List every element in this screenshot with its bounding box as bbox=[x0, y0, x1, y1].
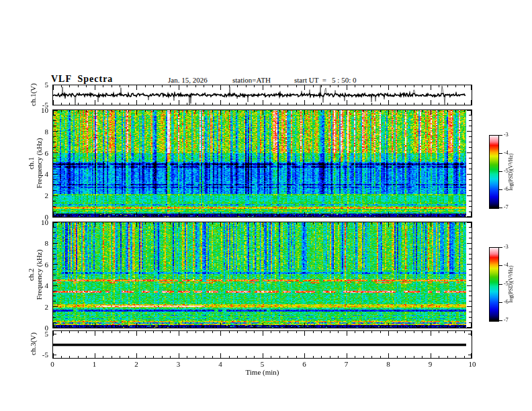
x-minor-tick bbox=[313, 326, 314, 328]
x-minor-tick bbox=[271, 326, 271, 328]
x-minor-tick bbox=[128, 331, 129, 333]
colorbar-tick bbox=[499, 247, 502, 248]
y-major-tick bbox=[467, 327, 472, 328]
spec1-y-tick-label: 2 bbox=[26, 191, 48, 199]
x-major-tick bbox=[179, 331, 179, 336]
x-tick-label: 0 bbox=[41, 360, 64, 368]
x-tick-label: 8 bbox=[377, 360, 400, 368]
x-minor-tick bbox=[313, 222, 314, 224]
x-minor-tick bbox=[414, 103, 414, 105]
x-major-tick bbox=[179, 222, 179, 227]
x-minor-tick bbox=[414, 356, 414, 358]
x-minor-tick bbox=[195, 103, 196, 105]
x-minor-tick bbox=[271, 222, 271, 224]
x-minor-tick bbox=[405, 215, 406, 217]
x-major-tick bbox=[136, 353, 137, 358]
x-major-tick bbox=[136, 331, 137, 336]
y-major-tick bbox=[53, 306, 58, 307]
x-major-tick bbox=[347, 100, 347, 105]
x-minor-tick bbox=[212, 222, 213, 224]
ch1-spectrogram-panel bbox=[52, 109, 472, 218]
x-minor-tick bbox=[355, 215, 355, 217]
x-minor-tick bbox=[455, 356, 456, 358]
x-minor-tick bbox=[120, 215, 120, 217]
x-minor-tick bbox=[296, 215, 297, 217]
x-minor-tick bbox=[187, 356, 187, 358]
y-minor-tick bbox=[53, 295, 56, 296]
time-axis-label: Time (min) bbox=[52, 368, 472, 376]
x-major-tick bbox=[179, 212, 179, 217]
x-minor-tick bbox=[187, 222, 187, 224]
x-major-tick bbox=[53, 222, 54, 227]
x-minor-tick bbox=[145, 103, 146, 105]
x-minor-tick bbox=[78, 85, 79, 87]
x-minor-tick bbox=[237, 110, 238, 112]
x-minor-tick bbox=[254, 85, 255, 87]
colorbar-tick-label: -3 bbox=[504, 132, 515, 138]
x-minor-tick bbox=[112, 110, 112, 112]
x-minor-tick bbox=[321, 85, 322, 87]
x-minor-tick bbox=[170, 222, 171, 224]
x-minor-tick bbox=[78, 326, 79, 328]
x-minor-tick bbox=[162, 331, 163, 333]
x-minor-tick bbox=[195, 85, 196, 87]
x-minor-tick bbox=[61, 103, 62, 105]
x-major-tick bbox=[388, 85, 389, 90]
x-minor-tick bbox=[162, 110, 163, 112]
x-minor-tick bbox=[78, 331, 79, 333]
x-major-tick bbox=[388, 110, 389, 115]
x-major-tick bbox=[95, 323, 95, 328]
y-minor-tick bbox=[53, 248, 56, 249]
x-major-tick bbox=[95, 222, 95, 227]
ch1-colorbar bbox=[489, 135, 499, 209]
colorbar-tick bbox=[499, 284, 502, 285]
x-minor-tick bbox=[363, 85, 364, 87]
x-minor-tick bbox=[204, 326, 204, 328]
y-major-tick bbox=[467, 110, 472, 111]
x-minor-tick bbox=[145, 222, 146, 224]
x-minor-tick bbox=[237, 326, 238, 328]
x-minor-tick bbox=[455, 326, 456, 328]
x-minor-tick bbox=[271, 356, 271, 358]
x-minor-tick bbox=[313, 110, 314, 112]
x-minor-tick bbox=[355, 326, 355, 328]
x-minor-tick bbox=[447, 326, 448, 328]
x-major-tick bbox=[388, 331, 389, 336]
y-minor-tick bbox=[469, 212, 472, 212]
y-major-tick bbox=[467, 152, 472, 153]
y-minor-tick bbox=[53, 120, 56, 121]
colorbar-tick-label: -4 bbox=[504, 150, 515, 156]
x-minor-tick bbox=[120, 326, 120, 328]
x-minor-tick bbox=[254, 331, 255, 333]
x-minor-tick bbox=[120, 356, 120, 358]
x-minor-tick bbox=[120, 110, 120, 112]
x-major-tick bbox=[220, 100, 221, 105]
x-minor-tick bbox=[254, 103, 255, 105]
x-major-tick bbox=[220, 323, 221, 328]
x-minor-tick bbox=[296, 110, 297, 112]
x-minor-tick bbox=[321, 222, 322, 224]
x-minor-tick bbox=[212, 326, 213, 328]
y-minor-tick bbox=[469, 201, 472, 201]
x-minor-tick bbox=[380, 85, 381, 87]
x-major-tick bbox=[220, 353, 221, 358]
x-major-tick bbox=[388, 222, 389, 227]
x-minor-tick bbox=[237, 85, 238, 87]
x-minor-tick bbox=[422, 110, 423, 112]
colorbar-tick-label: -4 bbox=[504, 263, 515, 268]
x-minor-tick bbox=[212, 110, 213, 112]
x-minor-tick bbox=[271, 85, 271, 87]
x-tick-label: 7 bbox=[335, 360, 358, 368]
y-minor-tick bbox=[53, 158, 56, 158]
x-minor-tick bbox=[422, 85, 423, 87]
y-minor-tick bbox=[469, 269, 472, 270]
x-minor-tick bbox=[204, 356, 204, 358]
x-minor-tick bbox=[187, 331, 187, 333]
x-minor-tick bbox=[414, 222, 414, 224]
x-minor-tick bbox=[455, 85, 456, 87]
x-minor-tick bbox=[78, 215, 79, 217]
x-minor-tick bbox=[321, 103, 322, 105]
y-minor-tick bbox=[53, 280, 56, 281]
x-major-tick bbox=[388, 100, 389, 105]
x-minor-tick bbox=[287, 103, 288, 105]
